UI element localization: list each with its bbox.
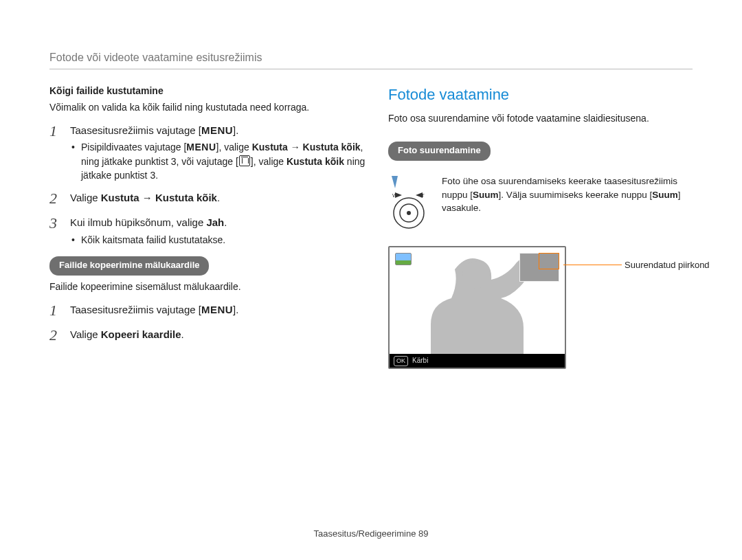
annotation-leader: [563, 265, 622, 265]
t: Kustuta → Kustuta kõik: [252, 142, 361, 153]
left-column: Kõigi failide kustutamine Võimalik on va…: [49, 84, 366, 344]
menu-button-label: MENU: [201, 304, 233, 315]
t: Kopeeri kaardile: [101, 328, 181, 340]
t: .: [217, 192, 220, 203]
section-title: Fotode vaatamine: [388, 84, 704, 106]
delete-all-desc: Võimalik on valida ka kõik failid ning k…: [49, 100, 366, 114]
t: Jah: [206, 216, 224, 228]
zoom-minimap: [519, 253, 559, 282]
right-column: Fotode vaatamine Foto osa suurendamine v…: [388, 84, 704, 369]
step-number: 2: [49, 327, 62, 344]
section-intro: Foto osa suurendamine või fotode vaatami…: [388, 111, 704, 125]
page-header: Fotode või videote vaatamine esitusrežii…: [49, 49, 693, 65]
svg-point-7: [462, 261, 490, 289]
menu-button-label: MENU: [201, 124, 233, 136]
copy-files-desc: Failide kopeerimine sisemälust mälukaard…: [49, 280, 366, 293]
delete-step-3: 3 Kui ilmub hüpiksõnum, valige Jah. Kõik…: [49, 215, 366, 247]
svg-point-6: [407, 211, 411, 215]
annotation-label: Suurendatud piirkond: [625, 259, 728, 272]
t: Valige: [70, 328, 101, 340]
step-text: ].: [233, 124, 238, 136]
ok-button-icon: OK: [394, 356, 408, 366]
t: Suum: [652, 190, 678, 200]
step-number: 3: [49, 215, 62, 232]
trash-icon: [239, 155, 250, 166]
step-number: 1: [49, 302, 62, 319]
t: Pisipildivaates vajutage [: [81, 142, 186, 153]
page-footer: Taasesitus/Redigeerimine 89: [0, 528, 742, 541]
zoom-instructions: Foto ühe osa suurendamiseks keerake taas…: [442, 175, 704, 231]
step-number: 1: [49, 123, 62, 139]
t: Valige: [70, 192, 101, 203]
step3-subbullet: Kõik kaitsmata failid kustutatakse.: [70, 233, 366, 247]
t: Taasesitusrežiimis vajutage [: [70, 304, 201, 315]
t: ]. Välja suumimiseks keerake nuppu [: [499, 190, 653, 200]
copy-files-heading: Failide kopeerimine mälukaardile: [49, 256, 209, 276]
step-text: Taasesitusrežiimis vajutage [: [70, 124, 201, 136]
svg-marker-2: [395, 192, 402, 198]
preview-footer: OK Kärbi: [390, 354, 565, 368]
photo-preview: OK Kärbi: [388, 246, 566, 369]
copy-step-1: 1 Taasesitusrežiimis vajutage [MENU].: [49, 302, 366, 319]
t: ], valige: [216, 142, 252, 153]
t: .: [224, 216, 227, 228]
crop-label: Kärbi: [412, 356, 428, 366]
copy-step-2: 2 Valige Kopeeri kaardile.: [49, 327, 366, 344]
t: .: [181, 328, 183, 340]
menu-button-label: MENU: [186, 142, 216, 153]
delete-step-2: 2 Valige Kustuta → Kustuta kõik.: [49, 190, 366, 207]
t: Kustuta kõik: [286, 156, 344, 167]
header-rule: [49, 69, 693, 69]
zoom-dial-icon: W T: [388, 175, 429, 231]
t: Suum: [473, 190, 499, 200]
t: ], valige: [251, 156, 286, 167]
zoom-heading: Foto suurendamine: [388, 142, 491, 161]
svg-marker-3: [416, 192, 423, 198]
step-number: 2: [49, 190, 62, 207]
t: Kui ilmub hüpiksõnum, valige: [70, 216, 206, 228]
delete-step-1: 1 Taasesitusrežiimis vajutage [MENU]. Pi…: [49, 123, 366, 183]
t: ].: [233, 304, 238, 315]
delete-all-heading: Kõigi failide kustutamine: [49, 84, 366, 98]
zoom-region-indicator: [539, 253, 559, 269]
t: Kustuta → Kustuta kõik: [101, 192, 217, 203]
step1-subbullet: Pisipildivaates vajutage [MENU], valige …: [70, 140, 366, 182]
